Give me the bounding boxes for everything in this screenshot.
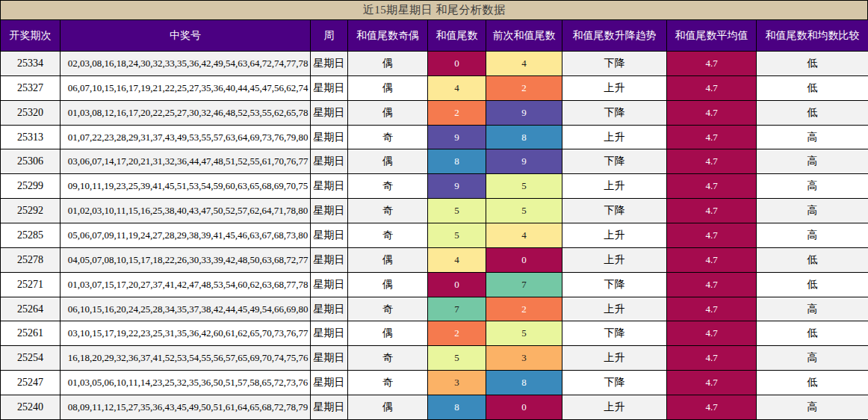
trend-cell: 下降 xyxy=(562,100,667,125)
average-value-cell: 4.7 xyxy=(667,149,757,174)
winning-numbers-cell: 01,03,07,15,17,20,27,37,41,42,47,48,53,5… xyxy=(61,272,311,297)
table-row: 2531301,07,22,23,28,29,31,37,43,49,53,55… xyxy=(1,125,868,149)
table-row: 2524008,09,11,12,15,27,35,36,43,45,49,50… xyxy=(1,395,868,420)
table-row: 2529909,10,11,19,23,25,39,41,45,51,53,54… xyxy=(1,174,868,199)
tail-value-cell: 4 xyxy=(428,75,486,100)
column-header-numbers: 中奖号 xyxy=(61,20,311,52)
winning-numbers-cell: 06,10,15,16,20,24,25,28,34,35,37,38,42,4… xyxy=(61,297,311,321)
parity-cell: 奇 xyxy=(348,346,428,371)
winning-numbers-cell: 03,10,15,17,19,22,23,25,31,35,36,42,60,6… xyxy=(61,321,311,346)
mean-comparison-cell: 低 xyxy=(757,100,868,125)
tail-value-cell: 8 xyxy=(428,149,486,174)
parity-cell: 偶 xyxy=(348,149,428,174)
tail-value-cell: 5 xyxy=(428,346,486,371)
weekday-cell: 星期日 xyxy=(311,125,348,149)
tail-value-cell: 9 xyxy=(428,125,486,149)
table-row: 2527101,03,07,15,17,20,27,37,41,42,47,48… xyxy=(1,272,868,297)
weekday-cell: 星期日 xyxy=(311,346,348,371)
prev-tail-value-cell: 3 xyxy=(486,346,562,371)
column-header-tail: 和值尾数 xyxy=(428,20,486,52)
winning-numbers-cell: 01,03,05,06,10,11,14,23,25,32,35,36,50,5… xyxy=(61,371,311,395)
period-cell: 25271 xyxy=(1,272,61,297)
winning-numbers-cell: 02,03,08,16,18,24,30,32,33,35,36,42,49,5… xyxy=(61,52,311,76)
mean-comparison-cell: 低 xyxy=(757,272,868,297)
prev-tail-value-cell: 5 xyxy=(486,174,562,199)
average-value-cell: 4.7 xyxy=(667,321,757,346)
winning-numbers-cell: 03,06,07,14,17,20,21,31,32,36,44,47,48,5… xyxy=(61,149,311,174)
parity-cell: 偶 xyxy=(348,75,428,100)
winning-numbers-cell: 01,07,22,23,28,29,31,37,43,49,53,55,57,6… xyxy=(61,125,311,149)
average-value-cell: 4.7 xyxy=(667,52,757,76)
table-row: 2529201,02,03,10,11,15,16,25,38,40,43,47… xyxy=(1,199,868,223)
parity-cell: 偶 xyxy=(348,321,428,346)
column-header-parity: 和值尾数奇偶 xyxy=(348,20,428,52)
trend-cell: 下降 xyxy=(562,52,667,76)
mean-comparison-cell: 高 xyxy=(757,149,868,174)
winning-numbers-cell: 06,07,10,15,16,17,19,21,22,25,27,35,36,4… xyxy=(61,75,311,100)
table-row: 2526406,10,15,16,20,24,25,28,34,35,37,38… xyxy=(1,297,868,321)
tail-value-cell: 3 xyxy=(428,371,486,395)
prev-tail-value-cell: 2 xyxy=(486,75,562,100)
tail-value-cell: 2 xyxy=(428,100,486,125)
mean-comparison-cell: 低 xyxy=(757,52,868,76)
winning-numbers-cell: 08,09,11,12,15,27,35,36,43,45,49,50,51,6… xyxy=(61,395,311,420)
period-cell: 25240 xyxy=(1,395,61,420)
prev-tail-value-cell: 9 xyxy=(486,100,562,125)
table-row: 2528505,06,07,09,11,19,24,27,28,29,38,39… xyxy=(1,223,868,248)
average-value-cell: 4.7 xyxy=(667,223,757,248)
mean-comparison-cell: 高 xyxy=(757,199,868,223)
weekday-cell: 星期日 xyxy=(311,52,348,76)
page-title: 近15期星期日 和尾分析数据 xyxy=(363,3,506,17)
mean-comparison-cell: 高 xyxy=(757,297,868,321)
column-header-trend: 和值尾数升降趋势 xyxy=(562,20,667,52)
prev-tail-value-cell: 8 xyxy=(486,371,562,395)
parity-cell: 偶 xyxy=(348,395,428,420)
prev-tail-value-cell: 4 xyxy=(486,223,562,248)
mean-comparison-cell: 低 xyxy=(757,247,868,272)
prev-tail-value-cell: 5 xyxy=(486,321,562,346)
parity-cell: 偶 xyxy=(348,52,428,76)
tail-value-cell: 9 xyxy=(428,174,486,199)
average-value-cell: 4.7 xyxy=(667,247,757,272)
prev-tail-value-cell: 8 xyxy=(486,125,562,149)
parity-cell: 偶 xyxy=(348,272,428,297)
winning-numbers-cell: 04,05,07,08,10,15,17,18,22,26,30,33,39,4… xyxy=(61,247,311,272)
prev-tail-value-cell: 0 xyxy=(486,395,562,420)
weekday-cell: 星期日 xyxy=(311,297,348,321)
period-cell: 25334 xyxy=(1,52,61,76)
weekday-cell: 星期日 xyxy=(311,321,348,346)
title-bar: 近15期星期日 和尾分析数据 xyxy=(0,0,868,19)
trend-cell: 上升 xyxy=(562,395,667,420)
average-value-cell: 4.7 xyxy=(667,174,757,199)
parity-cell: 奇 xyxy=(348,297,428,321)
trend-cell: 上升 xyxy=(562,125,667,149)
trend-cell: 上升 xyxy=(562,223,667,248)
average-value-cell: 4.7 xyxy=(667,346,757,371)
period-cell: 25254 xyxy=(1,346,61,371)
winning-numbers-cell: 01,03,08,12,16,17,20,22,25,27,30,32,46,4… xyxy=(61,100,311,125)
column-header-prev-tail: 前次和值尾数 xyxy=(486,20,562,52)
period-cell: 25285 xyxy=(1,223,61,248)
period-cell: 25320 xyxy=(1,100,61,125)
lottery-analysis-panel: 近15期星期日 和尾分析数据 开奖期次中奖号周和值尾数奇偶和值尾数前次和值尾数和… xyxy=(0,0,868,420)
period-cell: 25264 xyxy=(1,297,61,321)
weekday-cell: 星期日 xyxy=(311,149,348,174)
parity-cell: 偶 xyxy=(348,247,428,272)
period-cell: 25247 xyxy=(1,371,61,395)
weekday-cell: 星期日 xyxy=(311,223,348,248)
column-header-period: 开奖期次 xyxy=(1,20,61,52)
weekday-cell: 星期日 xyxy=(311,75,348,100)
trend-cell: 下降 xyxy=(562,272,667,297)
mean-comparison-cell: 低 xyxy=(757,321,868,346)
weekday-cell: 星期日 xyxy=(311,199,348,223)
period-cell: 25292 xyxy=(1,199,61,223)
mean-comparison-cell: 低 xyxy=(757,75,868,100)
parity-cell: 偶 xyxy=(348,100,428,125)
average-value-cell: 4.7 xyxy=(667,272,757,297)
tail-value-cell: 4 xyxy=(428,247,486,272)
prev-tail-value-cell: 2 xyxy=(486,297,562,321)
average-value-cell: 4.7 xyxy=(667,75,757,100)
trend-cell: 上升 xyxy=(562,247,667,272)
prev-tail-value-cell: 9 xyxy=(486,149,562,174)
tail-value-cell: 0 xyxy=(428,272,486,297)
